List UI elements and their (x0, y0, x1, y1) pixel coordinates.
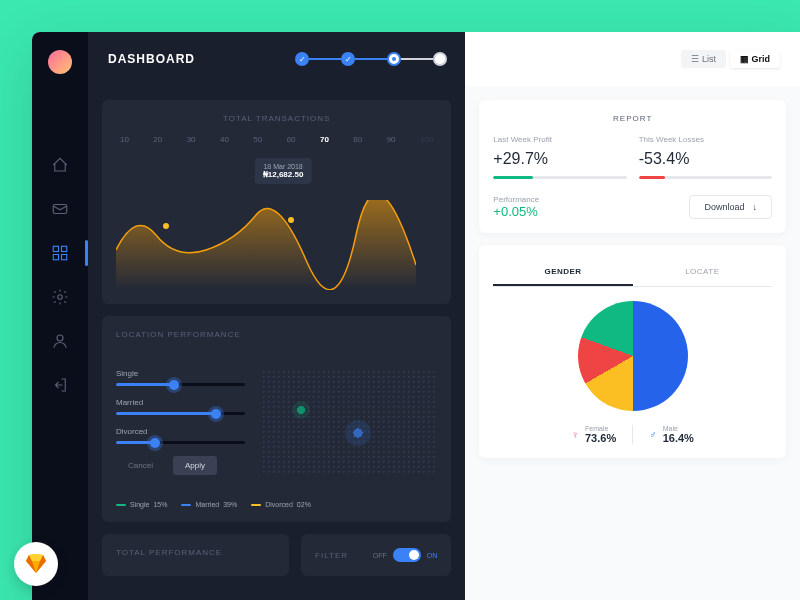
transactions-chart: 18 Mar 2018 ₦12,682.50 (116, 150, 437, 290)
home-icon[interactable] (51, 156, 69, 174)
header: DASHBOARD ☰ List ▦ Grid (88, 32, 800, 86)
gender-pie-chart (578, 301, 688, 411)
sidebar (32, 32, 88, 600)
sliders: Single Married Divorced (116, 369, 245, 475)
settings-icon[interactable] (51, 288, 69, 306)
svg-rect-1 (53, 246, 58, 251)
losses-stat: This Week Losses -53.4% (639, 135, 772, 179)
download-icon: ↓ (753, 202, 758, 212)
filter-toggle[interactable] (393, 548, 421, 562)
right-column: REPORT Last Week Profit +29.7% This Week… (465, 86, 800, 600)
slider-married[interactable] (116, 412, 245, 415)
svg-rect-0 (53, 205, 67, 214)
svg-point-7 (163, 223, 169, 229)
step-1[interactable] (295, 52, 309, 66)
svg-rect-4 (62, 255, 67, 260)
app-window: DASHBOARD ☰ List ▦ Grid TOTAL TRANSACTIO… (32, 32, 800, 600)
slider-divorced[interactable] (116, 441, 245, 444)
grid-icon[interactable] (51, 244, 69, 262)
slider-single[interactable] (116, 383, 245, 386)
stepper (295, 52, 447, 66)
tab-locate[interactable]: LOCATE (633, 259, 772, 286)
list-view-button[interactable]: ☰ List (681, 50, 726, 68)
left-column: TOTAL TRANSACTIONS 102030405060708090100… (88, 86, 465, 600)
logout-icon[interactable] (51, 376, 69, 394)
location-card: LOCATION PERFORMANCE Single Married (102, 316, 451, 522)
female-icon: ♀ (571, 429, 579, 440)
transactions-card: TOTAL TRANSACTIONS 102030405060708090100… (102, 100, 451, 304)
profit-stat: Last Week Profit +29.7% (493, 135, 626, 179)
user-icon[interactable] (51, 332, 69, 350)
tab-gender[interactable]: GENDER (493, 259, 632, 286)
male-stat: ♂ Male16.4% (649, 425, 694, 444)
report-card: REPORT Last Week Profit +29.7% This Week… (479, 100, 786, 233)
map-legend: Single 15% Married 39% Divorced 02% (116, 501, 437, 508)
content: TOTAL TRANSACTIONS 102030405060708090100… (88, 86, 800, 600)
total-performance-card: TOTAL PERFORMANCE (102, 534, 289, 576)
step-3[interactable] (387, 52, 401, 66)
world-map[interactable] (261, 369, 438, 475)
avatar[interactable] (48, 50, 72, 74)
apply-button[interactable]: Apply (173, 456, 217, 475)
chart-axis: 102030405060708090100 (116, 135, 437, 144)
chart-tooltip: 18 Mar 2018 ₦12,682.50 (255, 158, 312, 184)
female-stat: ♀ Female73.6% (571, 425, 616, 444)
transactions-title: TOTAL TRANSACTIONS (116, 114, 437, 123)
download-button[interactable]: Download ↓ (689, 195, 772, 219)
cancel-button[interactable]: Cancel (116, 456, 165, 475)
sketch-badge-icon (14, 542, 58, 586)
gender-card: GENDER LOCATE ♀ Female73.6% ♂ Male16.4% (479, 245, 786, 458)
location-title: LOCATION PERFORMANCE (116, 330, 437, 339)
male-icon: ♂ (649, 429, 657, 440)
svg-point-5 (58, 295, 63, 300)
step-4[interactable] (433, 52, 447, 66)
svg-point-6 (57, 335, 63, 341)
view-toggle: ☰ List ▦ Grid (681, 50, 780, 68)
svg-point-8 (288, 217, 294, 223)
main: DASHBOARD ☰ List ▦ Grid TOTAL TRANSACTIO… (88, 32, 800, 600)
svg-rect-3 (53, 255, 58, 260)
mail-icon[interactable] (51, 200, 69, 218)
grid-view-button[interactable]: ▦ Grid (730, 50, 780, 68)
svg-rect-2 (62, 246, 67, 251)
page-title: DASHBOARD (108, 52, 195, 66)
filter-card: FILTER OFF ON (301, 534, 451, 576)
step-2[interactable] (341, 52, 355, 66)
